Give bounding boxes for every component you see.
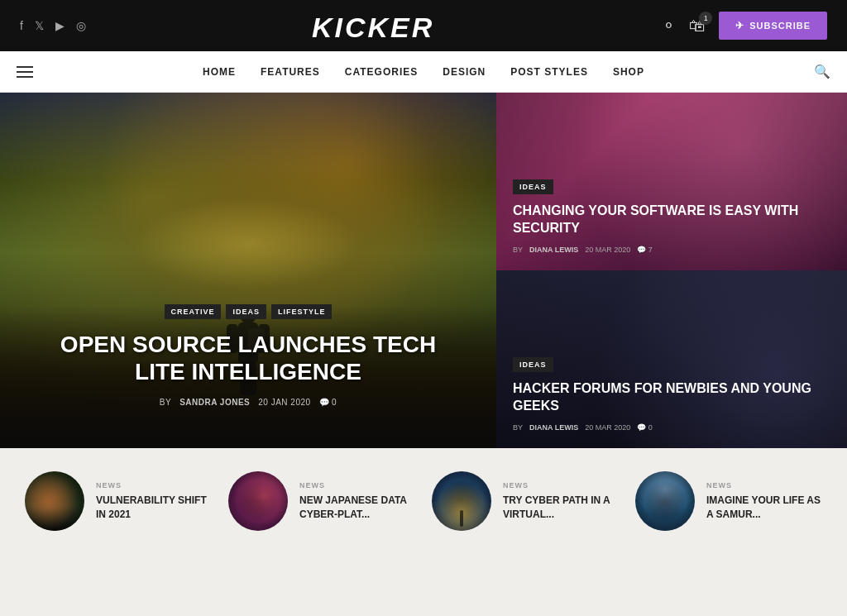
articles-row: NEWS VULNERABILITY SHIFT IN 2021 NEWS NE… bbox=[25, 471, 822, 531]
card-top-tag[interactable]: IDEAS bbox=[513, 179, 553, 194]
article-category: NEWS bbox=[706, 481, 822, 489]
hero-card-bottom-meta: BY DIANA LEWIS 20 MAR 2020 💬 0 bbox=[513, 423, 830, 432]
article-title: NEW JAPANESE DATA CYBER-PLAT... bbox=[299, 494, 415, 522]
article-title: VULNERABILITY SHIFT IN 2021 bbox=[96, 494, 212, 522]
hero-date: 20 JAN 2020 bbox=[258, 398, 310, 407]
article-thumb-4 bbox=[635, 471, 695, 531]
site-logo[interactable]: KICKER bbox=[308, 9, 440, 42]
nav-links: HOME FEATURES CATEGORIES DESIGN POST STY… bbox=[203, 66, 644, 78]
card-top-author: DIANA LEWIS bbox=[529, 246, 578, 254]
article-category: NEWS bbox=[96, 481, 212, 489]
nav-categories[interactable]: CATEGORIES bbox=[345, 66, 418, 78]
hero-card-top-meta: BY DIANA LEWIS 20 MAR 2020 💬 7 bbox=[513, 246, 830, 254]
hero-comments: 0 bbox=[332, 398, 337, 407]
hero-card-top[interactable]: IDEAS CHANGING YOUR SOFTWARE IS EASY WIT… bbox=[496, 93, 847, 270]
nav-home[interactable]: HOME bbox=[203, 66, 236, 78]
nav-bar: HOME FEATURES CATEGORIES DESIGN POST STY… bbox=[0, 51, 847, 93]
list-item[interactable]: NEWS VULNERABILITY SHIFT IN 2021 bbox=[25, 471, 212, 531]
cart-badge: 1 bbox=[699, 12, 712, 25]
svg-text:KICKER: KICKER bbox=[312, 12, 434, 42]
instagram-icon[interactable]: ◎ bbox=[76, 19, 86, 32]
hero-author: SANDRA JONES bbox=[179, 398, 250, 407]
nav-shop[interactable]: SHOP bbox=[613, 66, 644, 78]
article-category: NEWS bbox=[299, 481, 415, 489]
tag-creative[interactable]: CREATIVE bbox=[165, 304, 222, 319]
top-bar-actions: ⚬ 🛍 1 ✈ SUBSCRIBE bbox=[662, 12, 827, 40]
article-info: NEWS NEW JAPANESE DATA CYBER-PLAT... bbox=[299, 481, 415, 522]
hero-card-top-content: IDEAS CHANGING YOUR SOFTWARE IS EASY WIT… bbox=[513, 178, 830, 254]
card-bottom-tag[interactable]: IDEAS bbox=[513, 357, 553, 372]
nav-design[interactable]: DESIGN bbox=[443, 66, 486, 78]
card-bottom-date: 20 MAR 2020 bbox=[585, 423, 630, 432]
article-thumb-2 bbox=[228, 471, 288, 531]
cart-icon[interactable]: 🛍 1 bbox=[689, 17, 706, 36]
article-title: TRY CYBER PATH IN A VIRTUAL... bbox=[503, 494, 619, 522]
comment-icon: 💬 0 bbox=[319, 398, 337, 407]
search-icon[interactable]: 🔍 bbox=[814, 64, 830, 79]
article-thumb-1 bbox=[25, 471, 84, 531]
card-top-comments: 💬 7 bbox=[637, 246, 653, 254]
youtube-icon[interactable]: ▶ bbox=[55, 19, 65, 32]
hamburger-menu[interactable] bbox=[17, 66, 33, 78]
hamburger-line bbox=[17, 66, 33, 68]
card-bottom-author: DIANA LEWIS bbox=[529, 423, 578, 432]
nav-features[interactable]: FEATURES bbox=[261, 66, 320, 78]
hero-main-title: OPEN SOURCE LAUNCHES TECH LITE INTELLIGE… bbox=[33, 331, 463, 386]
article-info: NEWS IMAGINE YOUR LIFE AS A SAMUR... bbox=[706, 481, 822, 522]
article-info: NEWS TRY CYBER PATH IN A VIRTUAL... bbox=[503, 481, 619, 522]
list-item[interactable]: NEWS NEW JAPANESE DATA CYBER-PLAT... bbox=[228, 471, 415, 531]
article-thumb-3 bbox=[432, 471, 491, 531]
user-icon[interactable]: ⚬ bbox=[662, 16, 676, 36]
list-item[interactable]: NEWS TRY CYBER PATH IN A VIRTUAL... bbox=[432, 471, 619, 531]
hero-right-panel: IDEAS CHANGING YOUR SOFTWARE IS EASY WIT… bbox=[496, 93, 847, 448]
card-bottom-comments: 💬 0 bbox=[637, 423, 653, 432]
hamburger-line bbox=[17, 71, 33, 73]
subscribe-button[interactable]: ✈ SUBSCRIBE bbox=[719, 12, 827, 40]
hero-tags: CREATIVE IDEAS LIFESTYLE bbox=[33, 304, 463, 319]
social-links: f 𝕏 ▶ ◎ bbox=[20, 19, 86, 32]
hero-section: CREATIVE IDEAS LIFESTYLE OPEN SOURCE LAU… bbox=[0, 93, 847, 448]
hero-card-bottom[interactable]: IDEAS HACKER FORUMS FOR NEWBIES AND YOUN… bbox=[496, 270, 847, 448]
hero-card-top-title: CHANGING YOUR SOFTWARE IS EASY WITH SECU… bbox=[513, 203, 830, 237]
tag-ideas[interactable]: IDEAS bbox=[226, 304, 266, 319]
subscribe-label: SUBSCRIBE bbox=[749, 21, 811, 31]
hero-meta: BY SANDRA JONES 20 JAN 2020 💬 0 bbox=[33, 398, 463, 407]
twitter-icon[interactable]: 𝕏 bbox=[35, 19, 44, 32]
facebook-icon[interactable]: f bbox=[20, 19, 23, 32]
hero-main-content: CREATIVE IDEAS LIFESTYLE OPEN SOURCE LAU… bbox=[0, 304, 496, 407]
by-label2: BY bbox=[513, 246, 523, 254]
hamburger-line bbox=[17, 76, 33, 78]
tag-lifestyle[interactable]: LIFESTYLE bbox=[271, 304, 333, 319]
by-label: BY bbox=[160, 398, 171, 407]
top-bar: f 𝕏 ▶ ◎ KICKER ⚬ 🛍 1 ✈ SUBSCRIBE bbox=[0, 0, 847, 51]
article-title: IMAGINE YOUR LIFE AS A SAMUR... bbox=[706, 494, 822, 522]
article-category: NEWS bbox=[503, 481, 619, 489]
list-item[interactable]: NEWS IMAGINE YOUR LIFE AS A SAMUR... bbox=[635, 471, 822, 531]
article-info: NEWS VULNERABILITY SHIFT IN 2021 bbox=[96, 481, 212, 522]
hero-main-article[interactable]: CREATIVE IDEAS LIFESTYLE OPEN SOURCE LAU… bbox=[0, 93, 496, 448]
plane-icon: ✈ bbox=[735, 20, 744, 31]
card-top-date: 20 MAR 2020 bbox=[585, 246, 630, 254]
nav-post-styles[interactable]: POST STYLES bbox=[510, 66, 588, 78]
by-label3: BY bbox=[513, 423, 523, 432]
hero-card-bottom-title: HACKER FORUMS FOR NEWBIES AND YOUNG GEEK… bbox=[513, 380, 830, 415]
hero-card-bottom-content: IDEAS HACKER FORUMS FOR NEWBIES AND YOUN… bbox=[513, 356, 830, 432]
bottom-articles: NEWS VULNERABILITY SHIFT IN 2021 NEWS NE… bbox=[0, 448, 847, 547]
